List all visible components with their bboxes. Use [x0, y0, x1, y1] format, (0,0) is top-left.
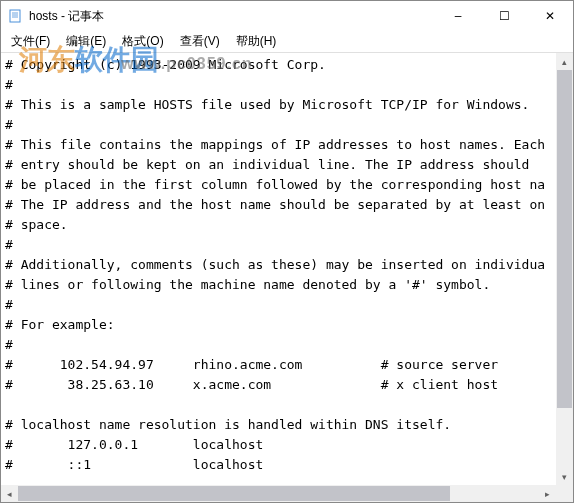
- scroll-right-button[interactable]: ▸: [539, 485, 556, 502]
- close-button[interactable]: ✕: [527, 1, 573, 31]
- scrollbar-horizontal[interactable]: ◂ ▸: [1, 485, 556, 502]
- scroll-left-button[interactable]: ◂: [1, 485, 18, 502]
- scrollbar-vertical[interactable]: ▴ ▾: [556, 53, 573, 485]
- scroll-thumb-vertical[interactable]: [557, 70, 572, 408]
- window-title: hosts - 记事本: [29, 8, 104, 25]
- minimize-button[interactable]: –: [435, 1, 481, 31]
- scroll-track-horizontal[interactable]: [18, 485, 539, 502]
- scroll-thumb-horizontal[interactable]: [18, 486, 450, 501]
- content-area: # Copyright (c) 1993-2009 Microsoft Corp…: [1, 53, 573, 502]
- scroll-track-vertical[interactable]: [556, 70, 573, 468]
- menu-edit[interactable]: 编辑(E): [60, 31, 112, 52]
- menu-help[interactable]: 帮助(H): [230, 31, 283, 52]
- titlebar: hosts - 记事本 – ☐ ✕: [1, 1, 573, 31]
- menubar: 文件(F) 编辑(E) 格式(O) 查看(V) 帮助(H): [1, 31, 573, 53]
- notepad-icon: [7, 8, 23, 24]
- maximize-button[interactable]: ☐: [481, 1, 527, 31]
- menu-format[interactable]: 格式(O): [116, 31, 169, 52]
- scroll-corner: [556, 485, 573, 502]
- menu-view[interactable]: 查看(V): [174, 31, 226, 52]
- scroll-down-button[interactable]: ▾: [556, 468, 573, 485]
- menu-file[interactable]: 文件(F): [5, 31, 56, 52]
- text-editor[interactable]: # Copyright (c) 1993-2009 Microsoft Corp…: [1, 53, 556, 485]
- window-controls: – ☐ ✕: [435, 1, 573, 31]
- scroll-up-button[interactable]: ▴: [556, 53, 573, 70]
- svg-rect-0: [10, 10, 20, 22]
